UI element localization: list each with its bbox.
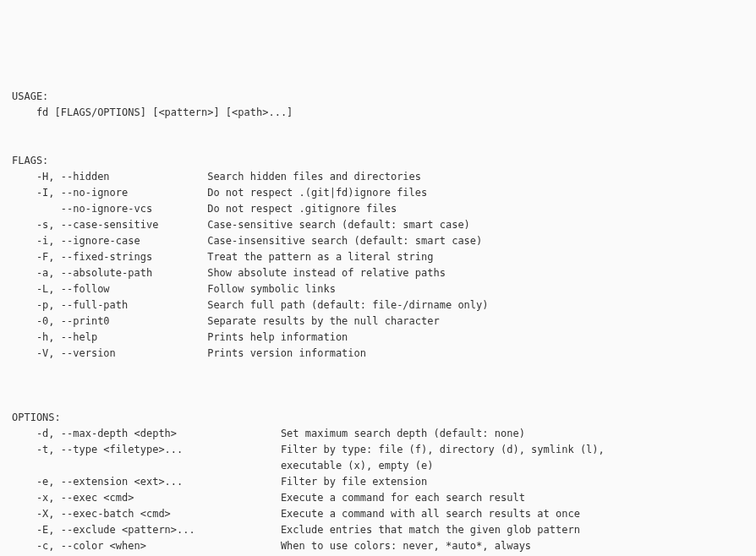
help-line: -X, --exec-batch <cmd>Execute a command … — [12, 506, 744, 522]
flag-name: -s, --case-sensitive — [36, 217, 207, 233]
options-header: OPTIONS: — [12, 412, 61, 423]
help-line: -h, --helpPrints help information — [12, 330, 744, 346]
help-line: -V, --versionPrints version information — [12, 346, 744, 362]
flag-description: Execute a command for each search result — [281, 490, 525, 506]
help-line: -e, --extension <ext>...Filter by file e… — [12, 474, 744, 490]
flags-header: FLAGS: — [12, 155, 48, 166]
flag-name: -p, --full-path — [36, 297, 207, 313]
flag-name: -F, --fixed-strings — [36, 249, 207, 265]
flag-description: Exclude entries that match the given glo… — [281, 522, 580, 538]
flag-name: -h, --help — [36, 330, 207, 346]
flag-name: -E, --exclude <pattern>... — [36, 522, 281, 538]
flag-name: -a, --absolute-path — [36, 265, 207, 281]
flag-description: Execute a command with all search result… — [281, 506, 580, 522]
options-list: -d, --max-depth <depth>Set maximum searc… — [12, 426, 744, 556]
help-line: -a, --absolute-pathShow absolute instead… — [12, 265, 744, 281]
flag-description: Prints help information — [207, 330, 348, 346]
flag-description: Case-sensitive search (default: smart ca… — [207, 217, 470, 233]
usage-line: fd [FLAGS/OPTIONS] [<pattern>] [<path>..… — [12, 106, 293, 118]
help-line: executable (x), empty (e) — [12, 458, 744, 474]
flag-name: -H, --hidden — [36, 169, 207, 185]
flag-name: -I, --no-ignore — [36, 185, 207, 201]
help-line: -x, --exec <cmd>Execute a command for ea… — [12, 490, 744, 506]
flag-name: -x, --exec <cmd> — [36, 490, 281, 506]
flag-name: -L, --follow — [36, 281, 207, 297]
flag-name: -c, --color <when> — [36, 538, 281, 554]
help-line: -i, --ignore-caseCase-insensitive search… — [12, 233, 744, 249]
flag-description: Prints version information — [207, 346, 366, 362]
flag-name: -i, --ignore-case — [36, 233, 207, 249]
help-line: -d, --max-depth <depth>Set maximum searc… — [12, 426, 744, 442]
flag-description: Do not respect .gitignore files — [207, 201, 397, 217]
flag-description: Treat the pattern as a literal string — [207, 249, 433, 265]
help-line: -E, --exclude <pattern>...Exclude entrie… — [12, 522, 744, 538]
help-line: -F, --fixed-stringsTreat the pattern as … — [12, 249, 744, 265]
flag-name: -e, --extension <ext>... — [36, 474, 281, 490]
flag-name: -0, --print0 — [36, 313, 207, 330]
help-line: --no-ignore-vcsDo not respect .gitignore… — [12, 201, 744, 217]
flag-description: Set maximum search depth (default: none) — [281, 426, 525, 442]
help-line: -H, --hiddenSearch hidden files and dire… — [12, 169, 744, 185]
flag-name: -V, --version — [36, 346, 207, 362]
help-line: -p, --full-pathSearch full path (default… — [12, 297, 744, 313]
flag-name: --no-ignore-vcs — [36, 201, 207, 217]
flag-description: Case-insensitive search (default: smart … — [207, 233, 482, 249]
help-line: -s, --case-sensitiveCase-sensitive searc… — [12, 217, 744, 233]
help-line: -c, --color <when>When to use colors: ne… — [12, 538, 744, 554]
flag-description: Follow symbolic links — [207, 281, 336, 297]
flag-description: executable (x), empty (e) — [281, 458, 434, 474]
help-output: USAGE: fd [FLAGS/OPTIONS] [<pattern>] [<… — [12, 73, 744, 556]
flag-description: Separate results by the null character — [207, 313, 440, 330]
help-line: -0, --print0Separate results by the null… — [12, 313, 744, 330]
usage-header: USAGE: — [12, 90, 48, 102]
help-line: -t, --type <filetype>...Filter by type: … — [12, 442, 744, 458]
flag-description: Filter by file extension — [281, 474, 427, 490]
flag-name: -t, --type <filetype>... — [36, 442, 281, 458]
flags-list: -H, --hiddenSearch hidden files and dire… — [12, 169, 744, 362]
flag-description: Filter by type: file (f), directory (d),… — [281, 442, 605, 458]
help-line: -I, --no-ignoreDo not respect .(git|fd)i… — [12, 185, 744, 201]
flag-description: Search hidden files and directories — [207, 169, 421, 185]
flag-description: Do not respect .(git|fd)ignore files — [207, 185, 427, 201]
flag-name: -d, --max-depth <depth> — [36, 426, 281, 442]
help-line: -L, --followFollow symbolic links — [12, 281, 744, 297]
flag-description: Search full path (default: file-/dirname… — [207, 297, 488, 313]
flag-name: -X, --exec-batch <cmd> — [36, 506, 281, 522]
flag-description: Show absolute instead of relative paths — [207, 265, 446, 281]
flag-description: When to use colors: never, *auto*, alway… — [281, 538, 531, 554]
